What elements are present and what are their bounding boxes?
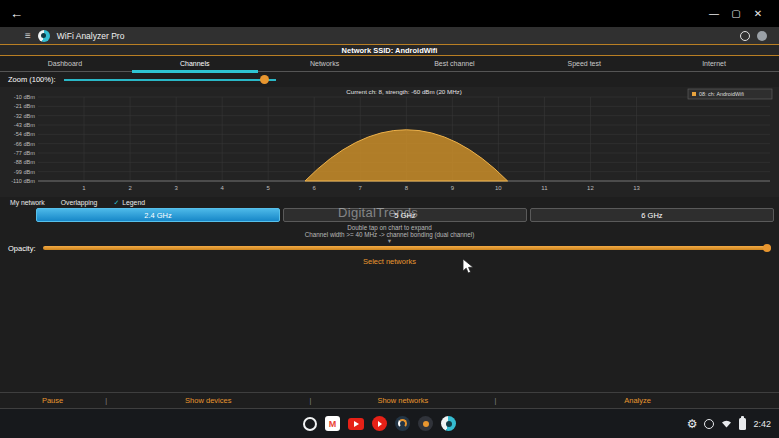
my-network-toggle[interactable]: My network — [10, 199, 45, 206]
overlapping-toggle[interactable]: Overlapping — [61, 199, 98, 206]
zoom-slider-track — [64, 79, 276, 81]
hint-line-2: Channel width >= 40 MHz -> channel bondi… — [305, 231, 475, 238]
app-title: WiFi Analyzer Pro — [57, 31, 125, 41]
legend-toggle-label: Legend — [122, 199, 145, 206]
svg-text:-99 dBm: -99 dBm — [14, 169, 35, 175]
select-networks-button[interactable]: Select networks — [363, 257, 416, 266]
svg-text:5: 5 — [267, 185, 271, 191]
svg-text:12: 12 — [587, 185, 594, 191]
menu-icon[interactable]: ≡ — [25, 30, 31, 41]
svg-text:-21 dBm: -21 dBm — [14, 103, 35, 109]
tab-bar: Dashboard Channels Networks Best channel… — [0, 56, 779, 72]
youtube-icon[interactable] — [348, 418, 364, 430]
clock-time[interactable]: 2:42 — [753, 419, 771, 429]
band-2-4ghz-button[interactable]: 2.4 GHz — [36, 208, 280, 222]
tab-dashboard[interactable]: Dashboard — [0, 56, 130, 71]
zoom-slider-handle[interactable] — [260, 75, 269, 84]
svg-text:8: 8 — [405, 185, 409, 191]
svg-text:6: 6 — [313, 185, 317, 191]
pause-button[interactable]: Pause — [42, 396, 63, 405]
minimize-button[interactable]: — — [703, 8, 725, 19]
taskbar-app-icons: M — [303, 409, 456, 438]
tab-best-channel[interactable]: Best channel — [389, 56, 519, 71]
svg-text:2: 2 — [128, 185, 132, 191]
svg-text:08: ch: AndroidWifi: 08: ch: AndroidWifi — [699, 91, 744, 97]
hint-line-1: Double tap on chart to expand — [347, 224, 431, 231]
ssid-bar: Network SSID: AndroidWifi — [0, 44, 779, 56]
svg-text:-10 dBm: -10 dBm — [14, 94, 35, 100]
play-triangle-icon — [378, 421, 382, 427]
mouse-cursor — [462, 258, 475, 275]
svg-text:-88 dBm: -88 dBm — [14, 159, 35, 165]
svg-text:11: 11 — [541, 185, 548, 191]
opacity-slider[interactable] — [43, 246, 771, 250]
status-ring-icon[interactable] — [704, 419, 714, 429]
watermark: DigitalTrends — [338, 205, 418, 220]
svg-text:-54 dBm: -54 dBm — [14, 131, 35, 137]
svg-text:9: 9 — [451, 185, 455, 191]
close-button[interactable]: ✕ — [747, 8, 769, 19]
svg-text:-32 dBm: -32 dBm — [14, 113, 35, 119]
zoom-row: Zoom (100%): — [0, 72, 779, 87]
app-header: ≡ WiFi Analyzer Pro — [0, 27, 779, 44]
svg-text:3: 3 — [174, 185, 178, 191]
svg-text:7: 7 — [359, 185, 363, 191]
opacity-slider-handle[interactable] — [763, 244, 771, 252]
tab-speed-test[interactable]: Speed test — [519, 56, 649, 71]
svg-text:-110 dBm: -110 dBm — [11, 178, 35, 184]
band-6ghz-button[interactable]: 6 GHz — [530, 208, 774, 222]
svg-text:-66 dBm: -66 dBm — [14, 141, 35, 147]
checkmark-icon: ✓ — [113, 199, 119, 207]
empty-content-area — [0, 268, 779, 392]
svg-text:-77 dBm: -77 dBm — [14, 150, 35, 156]
system-tray[interactable]: ⚙ 2:42 — [687, 409, 771, 438]
youtube-music-icon[interactable] — [372, 416, 387, 431]
zoom-label: Zoom (100%): — [8, 75, 56, 84]
opacity-label: Opacity: — [8, 244, 36, 253]
tab-networks[interactable]: Networks — [260, 56, 390, 71]
battery-icon — [739, 418, 746, 430]
taskbar: M ⚙ 2:42 — [0, 409, 779, 438]
wifi-app-icon-2[interactable] — [418, 416, 433, 431]
svg-text:13: 13 — [633, 185, 640, 191]
channel-chart[interactable]: -10 dBm-21 dBm-32 dBm-43 dBm-54 dBm-66 d… — [0, 87, 779, 197]
channel-chart-svg: -10 dBm-21 dBm-32 dBm-43 dBm-54 dBm-66 d… — [0, 87, 779, 197]
launcher-icon[interactable] — [303, 417, 317, 431]
hint-tooltip: Double tap on chart to expand Channel wi… — [0, 222, 779, 242]
tab-channels[interactable]: Channels — [130, 56, 260, 71]
window-titlebar: ← — ▢ ✕ — [0, 0, 779, 27]
gmail-glyph: M — [329, 419, 337, 429]
show-devices-button[interactable]: Show devices — [185, 396, 231, 405]
svg-text:4: 4 — [220, 185, 224, 191]
back-arrow-icon[interactable]: ← — [10, 6, 23, 21]
gmail-icon[interactable]: M — [325, 416, 340, 431]
svg-text:1: 1 — [82, 185, 86, 191]
ssid-text: Network SSID: AndroidWifi — [342, 46, 438, 55]
wifi-analyzer-pro-icon[interactable] — [441, 416, 456, 431]
app-logo-icon — [38, 30, 50, 42]
settings-gear-icon[interactable]: ⚙ — [687, 418, 698, 430]
svg-text:Current ch: 8, strength: -60 d: Current ch: 8, strength: -60 dBm (20 MHz… — [346, 88, 462, 95]
play-triangle-icon — [354, 421, 359, 427]
zoom-slider[interactable] — [64, 75, 276, 85]
analyze-button[interactable]: Analyze — [624, 396, 651, 405]
screen: ← — ▢ ✕ ≡ WiFi Analyzer Pro Network SSID… — [0, 0, 779, 438]
show-networks-button[interactable]: Show networks — [377, 396, 428, 405]
wifi-status-icon — [721, 419, 732, 428]
header-dot-icon[interactable] — [757, 31, 767, 41]
wifi-app-icon-1[interactable] — [395, 416, 410, 431]
legend-toggle[interactable]: ✓ Legend — [113, 199, 145, 207]
maximize-button[interactable]: ▢ — [725, 8, 747, 19]
svg-text:10: 10 — [495, 185, 502, 191]
record-circle-icon[interactable] — [740, 31, 750, 41]
select-networks-row: Select networks — [0, 254, 779, 268]
opacity-row: Opacity: — [0, 242, 779, 254]
svg-text:-43 dBm: -43 dBm — [14, 122, 35, 128]
action-bar: Pause | Show devices | Show networks | A… — [0, 392, 779, 409]
tab-internet[interactable]: Internet — [649, 56, 779, 71]
